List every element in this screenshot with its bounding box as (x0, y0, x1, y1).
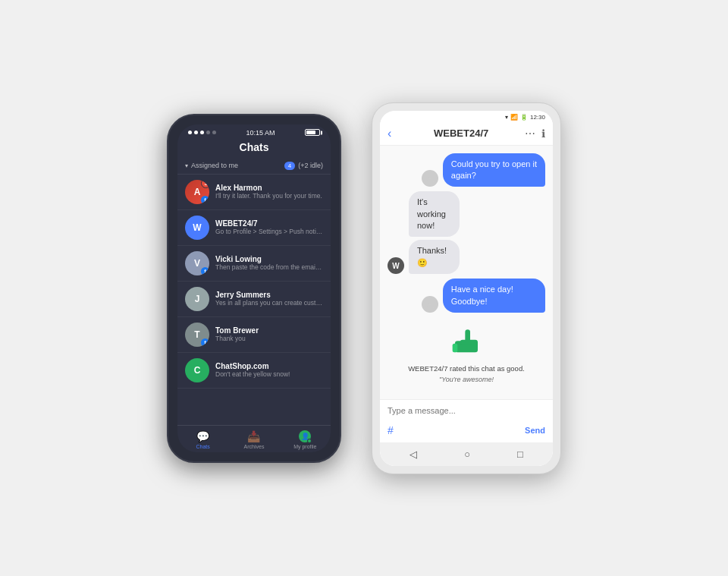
chat-preview-jerry: Yes in all plans you can create custom c (215, 299, 323, 307)
android-screen: ▾ 📶 🔋 12:30 ‹ WEBET24/7 ⋯ ℹ Could you tr… (380, 111, 553, 466)
chat-name-tom: Tom Brewer (215, 326, 323, 335)
android-time: 12:30 (530, 114, 545, 121)
incoming-group: It's working now! Thanks! 🙂 (409, 191, 487, 274)
chat-list: A 3 f Alex Harmon I'll try it later. Tha… (177, 175, 331, 425)
recents-nav-button[interactable]: □ (517, 449, 523, 460)
dot5 (212, 131, 216, 134)
chat-name-vicki: Vicki Lowing (215, 255, 323, 263)
message-bubble-1: Could you try to open it again? (443, 153, 545, 187)
battery-fill (306, 131, 315, 134)
battery-android-icon: 🔋 (520, 114, 528, 121)
chat-preview-tom: Thank you (215, 335, 323, 342)
avatar-letter-webet: W (193, 222, 201, 233)
dot4 (206, 131, 210, 134)
tab-profile[interactable]: 👤 My profile (280, 430, 331, 449)
facebook-badge-vicki: f (201, 267, 209, 275)
chat-input-area: # Send (380, 399, 553, 442)
message-bubble-3: Thanks! 🙂 (409, 240, 460, 274)
android-device: ▾ 📶 🔋 12:30 ‹ WEBET24/7 ⋯ ℹ Could you tr… (372, 102, 561, 474)
agent-avatar-1 (422, 170, 438, 187)
agent-avatar-2 (422, 296, 438, 313)
android-status-bar: ▾ 📶 🔋 12:30 (380, 111, 553, 122)
hashtag-button[interactable]: # (388, 424, 394, 436)
chats-tab-label: Chats (196, 444, 210, 449)
chevron-down-icon: ▾ (185, 162, 188, 169)
iphone-chats-title: Chats (177, 138, 331, 158)
profile-tab-label: My profile (293, 444, 316, 449)
chat-item-jerry[interactable]: J Jerry Summers Yes in all plans you can… (177, 282, 331, 317)
iphone-device: 10:15 AM Chats ▾ Assigned to me 4 (+2 id… (167, 114, 341, 463)
input-bottom-row: # Send (380, 421, 553, 442)
svg-point-1 (428, 301, 431, 304)
avatar-jerry: J (185, 287, 209, 311)
thumbs-up-icon (447, 323, 485, 361)
tab-chats[interactable]: 💬 Chats (177, 430, 228, 449)
input-row (380, 400, 553, 421)
wifi-icon: ▾ (505, 114, 508, 121)
avatar-alex: A 3 f (185, 180, 209, 204)
avatar-letter: A (194, 187, 201, 197)
chat-info-alex: Alex Harmon I'll try it later. Thank you… (215, 184, 323, 200)
message-list: Could you try to open it again? W It's w… (380, 146, 553, 399)
assigned-counts: 4 (+2 idle) (284, 162, 323, 170)
home-nav-button[interactable]: ○ (464, 449, 470, 460)
iphone-status-bar: 10:15 AM (177, 124, 331, 138)
message-input[interactable] (388, 406, 545, 415)
info-icon[interactable]: ℹ (541, 127, 545, 140)
back-button[interactable]: ‹ (388, 127, 391, 140)
message-bubble-4: Have a nice day! Goodbye! (443, 279, 545, 313)
chat-item-chatshop[interactable]: C ChatShop.com Don't eat the yellow snow… (177, 353, 331, 389)
message-row-1: Could you try to open it again? (388, 153, 545, 187)
rating-text: WEBET24/7 rated this chat as good. (408, 364, 525, 373)
assigned-filter-row[interactable]: ▾ Assigned to me 4 (+2 idle) (177, 158, 331, 175)
chat-item-tom[interactable]: T f Tom Brewer Thank you (177, 317, 331, 353)
header-action-icons: ⋯ ℹ (525, 127, 545, 140)
message-row-2: W It's working now! Thanks! 🙂 (388, 191, 545, 274)
facebook-badge-alex: f (201, 196, 209, 204)
message-bubble-2: It's working now! (409, 191, 460, 237)
notification-badge-alex: 3 (201, 180, 209, 188)
android-navigation-bar: ◁ ○ □ (380, 442, 553, 466)
signal-dots (188, 131, 216, 134)
facebook-badge-tom: f (201, 338, 209, 347)
archives-tab-label: Archives (244, 444, 265, 449)
chat-name-alex: Alex Harmon (215, 184, 323, 192)
chat-item-webet[interactable]: W WEBET24/7 Go to Profile > Settings > P… (177, 210, 331, 246)
message-row-4: Have a nice day! Goodbye! (388, 279, 545, 313)
iphone-time: 10:15 AM (246, 129, 275, 137)
dot3 (200, 131, 204, 134)
chat-info-vicki: Vicki Lowing Then paste the code from th… (215, 255, 323, 271)
chat-info-webet: WEBET24/7 Go to Profile > Settings > Pus… (215, 219, 323, 235)
chat-info-jerry: Jerry Summers Yes in all plans you can c… (215, 291, 323, 307)
send-button[interactable]: Send (525, 426, 545, 435)
chat-item-vicki[interactable]: V f Vicki Lowing Then paste the code fro… (177, 246, 331, 282)
chats-tab-icon: 💬 (196, 430, 209, 442)
avatar-letter-tom: T (194, 329, 199, 340)
battery-icon (305, 129, 320, 136)
dot1 (188, 131, 192, 134)
chat-name-webet: WEBET24/7 (215, 219, 323, 228)
chat-name-chatshop: ChatShop.com (215, 362, 323, 370)
assigned-badge: 4 (284, 162, 295, 170)
signal-icon: 📶 (510, 114, 518, 121)
rating-quote: "You're awesome! (439, 376, 494, 383)
more-options-icon[interactable]: ⋯ (525, 127, 535, 140)
chat-preview-alex: I'll try it later. Thank you for your ti… (215, 192, 323, 200)
profile-avatar: 👤 (299, 430, 311, 442)
chat-info-chatshop: ChatShop.com Don't eat the yellow snow! (215, 362, 323, 378)
chat-preview-vicki: Then paste the code from the email we (215, 263, 323, 271)
assigned-left: ▾ Assigned to me (185, 162, 238, 169)
tab-archives[interactable]: 📥 Archives (228, 430, 279, 449)
avatar-letter-jerry: J (195, 294, 200, 304)
avatar-vicki: V f (185, 251, 209, 275)
chat-item-alex[interactable]: A 3 f Alex Harmon I'll try it later. Tha… (177, 175, 331, 210)
webet-avatar-2: W (388, 257, 404, 274)
svg-rect-4 (453, 344, 458, 353)
chat-name-jerry: Jerry Summers (215, 291, 323, 299)
chat-preview-chatshop: Don't eat the yellow snow! (215, 370, 323, 378)
avatar-letter-chatshop: C (194, 365, 201, 376)
dot2 (194, 131, 198, 134)
avatar-webet: W (185, 216, 209, 240)
back-nav-button[interactable]: ◁ (410, 449, 417, 460)
svg-point-0 (428, 175, 431, 179)
